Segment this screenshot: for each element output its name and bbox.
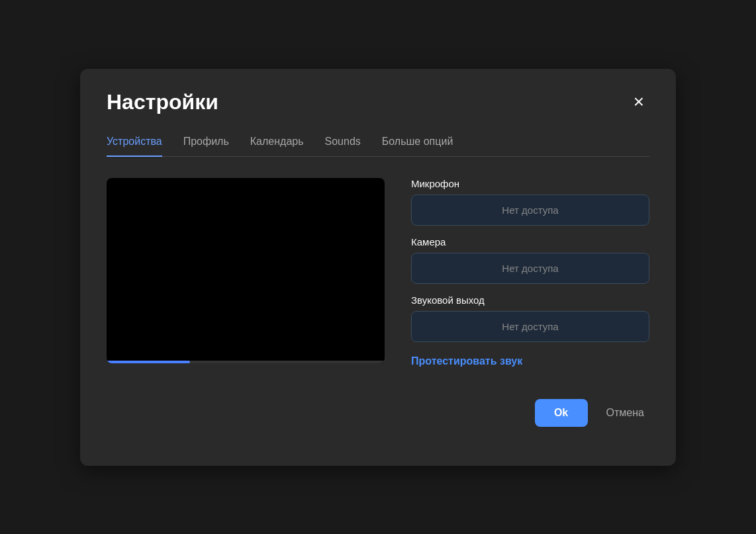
dialog-title: Настройки (107, 90, 218, 114)
audio-output-group: Звуковой выход Нет доступа (411, 294, 649, 342)
microphone-label: Микрофон (411, 178, 649, 189)
ok-button[interactable]: Ok (535, 399, 588, 427)
camera-label: Камера (411, 236, 649, 247)
dialog-overlay: Настройки × Устройства Профиль Календарь… (0, 0, 756, 534)
tab-profile[interactable]: Профиль (183, 136, 229, 157)
video-preview (107, 178, 385, 363)
video-progress-fill (107, 361, 190, 363)
cancel-button[interactable]: Отмена (601, 399, 649, 427)
test-sound-link[interactable]: Протестировать звук (411, 355, 649, 367)
dialog-footer: Ok Отмена (107, 399, 649, 427)
microphone-group: Микрофон Нет доступа (411, 178, 649, 226)
camera-select[interactable]: Нет доступа (411, 253, 649, 284)
close-button[interactable]: × (628, 90, 649, 114)
camera-group: Камера Нет доступа (411, 236, 649, 284)
content-area: Микрофон Нет доступа Камера Нет доступа … (107, 178, 649, 367)
settings-dialog: Настройки × Устройства Профиль Календарь… (80, 69, 676, 466)
audio-output-select[interactable]: Нет доступа (411, 311, 649, 342)
controls-panel: Микрофон Нет доступа Камера Нет доступа … (411, 178, 649, 367)
tab-sounds[interactable]: Sounds (325, 136, 361, 157)
dialog-header: Настройки × (107, 90, 649, 114)
tab-calendar[interactable]: Календарь (250, 136, 304, 157)
microphone-select[interactable]: Нет доступа (411, 195, 649, 226)
tab-devices[interactable]: Устройства (107, 136, 162, 157)
video-progress-bar (107, 361, 385, 363)
tab-more-options[interactable]: Больше опций (382, 136, 453, 157)
audio-output-label: Звуковой выход (411, 294, 649, 306)
tabs-bar: Устройства Профиль Календарь Sounds Боль… (107, 136, 649, 157)
